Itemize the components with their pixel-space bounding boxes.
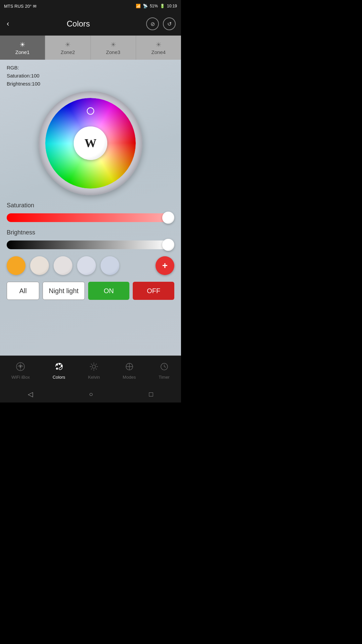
nav-timer[interactable]: Timer bbox=[155, 361, 173, 381]
wifi-icon: 📶 bbox=[136, 4, 141, 8]
status-right: 📶 📡 51% 🔋 10:19 bbox=[136, 4, 177, 8]
presets-row: + bbox=[7, 256, 174, 275]
on-button[interactable]: ON bbox=[88, 282, 130, 300]
saturation-section: Saturation bbox=[7, 202, 174, 224]
timer-nav-label: Timer bbox=[159, 375, 170, 380]
svg-line-21 bbox=[164, 367, 166, 367]
saturation-info: Saturation:100 bbox=[7, 72, 174, 80]
kelvin-nav-label: Kelvin bbox=[88, 375, 100, 380]
zone-tab-3[interactable]: ☀ Zone3 bbox=[91, 36, 136, 60]
preset-1[interactable] bbox=[7, 256, 25, 275]
bottom-nav: WiFi iBox Colors bbox=[0, 356, 181, 386]
svg-line-14 bbox=[96, 364, 97, 365]
svg-line-13 bbox=[96, 369, 97, 370]
zone4-label: Zone4 bbox=[152, 49, 166, 55]
back-button[interactable]: ‹ bbox=[5, 18, 10, 30]
zone-tabs: ☀ Zone1 ☀ Zone2 ☀ Zone3 ☀ Zone4 bbox=[0, 36, 181, 60]
clock-nav-icon bbox=[160, 362, 169, 373]
svg-point-6 bbox=[56, 368, 58, 370]
zone1-sun-icon: ☀ bbox=[19, 41, 25, 49]
palette-nav-icon bbox=[54, 362, 64, 373]
saturation-slider[interactable] bbox=[7, 213, 168, 222]
signal-icon: 📡 bbox=[143, 4, 148, 8]
refresh-icon: ↺ bbox=[167, 21, 172, 27]
off-button[interactable]: OFF bbox=[133, 282, 174, 300]
saturation-thumb[interactable] bbox=[162, 212, 174, 224]
color-info: RGB: Saturation:100 Brightness:100 bbox=[7, 64, 174, 88]
svg-line-12 bbox=[91, 364, 92, 365]
rgb-label: RGB: bbox=[7, 64, 174, 72]
zone2-sun-icon: ☀ bbox=[65, 41, 71, 49]
android-home-button[interactable]: ○ bbox=[89, 390, 93, 398]
plus-icon: + bbox=[162, 261, 168, 270]
brightness-thumb[interactable] bbox=[162, 239, 174, 251]
modes-nav-icon bbox=[125, 362, 134, 373]
preset-3[interactable] bbox=[54, 256, 72, 275]
modes-nav-label: Modes bbox=[123, 375, 136, 380]
wifi-nav-label: WiFi iBox bbox=[11, 375, 30, 380]
android-back-button[interactable]: ◁ bbox=[28, 390, 33, 398]
status-carrier: MTS RUS 20° ✉ bbox=[4, 4, 37, 9]
header: ‹ Colors ⊘ ↺ bbox=[0, 12, 181, 36]
zone-tab-2[interactable]: ☀ Zone2 bbox=[45, 36, 90, 60]
colors-nav-label: Colors bbox=[53, 375, 65, 380]
svg-line-15 bbox=[91, 369, 92, 370]
white-center-button[interactable]: W bbox=[74, 126, 107, 160]
brightness-section: Brightness bbox=[7, 229, 174, 251]
link-button[interactable]: ⊘ bbox=[146, 17, 159, 30]
preset-5[interactable] bbox=[101, 256, 119, 275]
nav-colors[interactable]: Colors bbox=[49, 361, 69, 381]
color-wheel-outer: W bbox=[39, 91, 142, 195]
link-icon: ⊘ bbox=[150, 21, 155, 27]
color-wheel-container[interactable]: W bbox=[7, 91, 174, 195]
zone1-label: Zone1 bbox=[15, 49, 30, 55]
nav-wifi[interactable]: WiFi iBox bbox=[8, 361, 33, 381]
add-preset-button[interactable]: + bbox=[156, 256, 174, 275]
refresh-button[interactable]: ↺ bbox=[163, 17, 176, 30]
page-title: Colors bbox=[67, 19, 90, 29]
zone3-sun-icon: ☀ bbox=[110, 41, 116, 49]
brightness-info: Brightness:100 bbox=[7, 80, 174, 88]
brightness-slider[interactable] bbox=[7, 240, 168, 249]
status-bar: MTS RUS 20° ✉ 📶 📡 51% 🔋 10:19 bbox=[0, 0, 181, 12]
preset-2[interactable] bbox=[30, 256, 49, 275]
zone2-label: Zone2 bbox=[61, 49, 75, 55]
main-content: RGB: Saturation:100 Brightness:100 W Sat… bbox=[0, 60, 181, 356]
sun-nav-icon bbox=[89, 362, 99, 373]
nav-kelvin[interactable]: Kelvin bbox=[85, 361, 103, 381]
saturation-label: Saturation bbox=[7, 202, 174, 209]
zone-tab-1[interactable]: ☀ Zone1 bbox=[0, 36, 45, 60]
wifi-nav-icon bbox=[16, 362, 25, 373]
all-button[interactable]: All bbox=[7, 282, 39, 300]
zone3-label: Zone3 bbox=[106, 49, 120, 55]
preset-4[interactable] bbox=[77, 256, 96, 275]
night-light-button[interactable]: Night light bbox=[43, 282, 85, 300]
svg-point-7 bbox=[92, 365, 96, 368]
zone4-sun-icon: ☀ bbox=[156, 41, 162, 49]
header-actions: ⊘ ↺ bbox=[146, 17, 176, 30]
nav-modes[interactable]: Modes bbox=[119, 361, 139, 381]
bottom-buttons: All Night light ON OFF bbox=[7, 282, 174, 300]
zone-tab-4[interactable]: ☀ Zone4 bbox=[136, 36, 181, 60]
android-recents-button[interactable]: □ bbox=[149, 390, 153, 398]
color-picker-dot[interactable] bbox=[87, 107, 94, 115]
brightness-label: Brightness bbox=[7, 229, 174, 236]
android-nav-bar: ◁ ○ □ bbox=[0, 386, 181, 402]
